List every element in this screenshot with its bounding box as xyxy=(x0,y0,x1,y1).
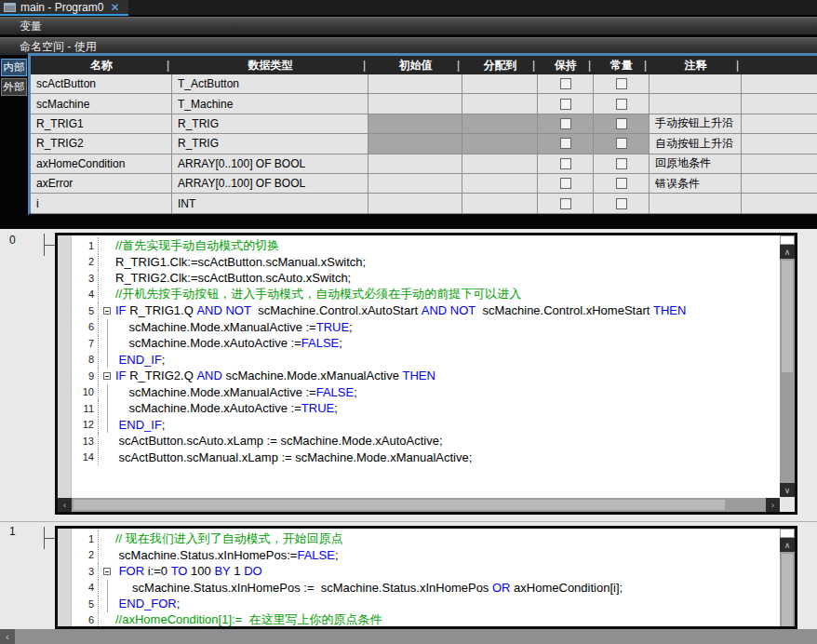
page-horizontal-scrollbar[interactable]: ‹ xyxy=(0,629,817,644)
var-extra-cell[interactable] xyxy=(742,174,817,193)
var-name-cell[interactable]: R_TRIG2 xyxy=(31,134,172,153)
code-line[interactable]: 11 scMachine.Mode.xAutoActive :=TRUE; xyxy=(73,400,780,417)
var-type-cell[interactable]: ARRAY[0..100] OF BOOL xyxy=(172,154,368,173)
var-comment-cell[interactable] xyxy=(650,74,742,93)
table-row[interactable]: scActButtonT_ActButton xyxy=(31,74,817,94)
var-type-cell[interactable]: R_TRIG xyxy=(172,114,368,133)
var-extra-cell[interactable] xyxy=(742,154,817,173)
code-line[interactable]: 5IF R_TRIG1.Q AND NOT scMachine.Control.… xyxy=(73,302,780,319)
vscroll-track[interactable] xyxy=(780,259,795,483)
var-comment-cell[interactable] xyxy=(650,194,742,212)
var-allocation-cell[interactable] xyxy=(462,134,538,153)
section-label-0[interactable]: 0 xyxy=(9,234,16,247)
editor-vscrollbar[interactable]: ∧∨ xyxy=(780,235,795,497)
retain-checkbox[interactable] xyxy=(560,178,571,189)
var-extra-cell[interactable] xyxy=(742,114,817,133)
var-allocation-cell[interactable] xyxy=(462,154,538,173)
column-header-init[interactable]: 初始值| xyxy=(368,56,462,74)
var-extra-cell[interactable] xyxy=(742,74,817,93)
code-line[interactable]: 1// 现在我们进入到了自动模式，开始回原点 xyxy=(73,530,780,547)
retain-checkbox[interactable] xyxy=(560,99,571,110)
tab-main-program0[interactable]: main - Program0 ✕ xyxy=(0,0,128,16)
vscroll-thumb[interactable] xyxy=(782,554,793,629)
code-line[interactable]: 4 scMachine.Status.xInHomePos := scMachi… xyxy=(73,580,780,597)
constant-checkbox[interactable] xyxy=(616,138,627,149)
code-line[interactable]: 13 scActButton.scAuto.xLamp := scMachine… xyxy=(73,433,780,449)
code-line[interactable]: 4//开机先按手动按钮，进入手动模式，自动模式必须在手动的前提下可以进入 xyxy=(73,287,780,303)
column-header-com[interactable]: 注释| xyxy=(650,56,742,74)
retain-checkbox[interactable] xyxy=(560,158,571,169)
column-header-alloc[interactable]: 分配到| xyxy=(462,56,538,74)
var-initial-cell[interactable] xyxy=(368,134,462,153)
splitter-box[interactable] xyxy=(780,529,795,538)
var-initial-cell[interactable] xyxy=(368,194,462,212)
code-line[interactable]: 10 scMachine.Mode.xManualActive :=FALSE; xyxy=(73,384,780,401)
vscroll-track[interactable] xyxy=(780,552,795,626)
st-code-editor-0[interactable]: 1//首先实现手动自动模式的切换2R_TRIG1.Clk:=scActButto… xyxy=(55,233,797,515)
var-initial-cell[interactable] xyxy=(368,174,462,193)
var-name-cell[interactable]: i xyxy=(31,194,172,212)
scroll-left-icon[interactable]: ‹ xyxy=(0,629,15,644)
code-line[interactable]: 1//首先实现手动自动模式的切换 xyxy=(73,237,780,254)
var-allocation-cell[interactable] xyxy=(462,94,538,113)
scroll-up-icon[interactable]: ∧ xyxy=(780,245,795,259)
var-type-cell[interactable]: ARRAY[0..100] OF BOOL xyxy=(172,174,368,193)
vscroll-thumb[interactable] xyxy=(782,261,793,372)
var-extra-cell[interactable] xyxy=(742,194,817,212)
retain-checkbox[interactable] xyxy=(560,78,571,89)
var-name-cell[interactable]: scMachine xyxy=(31,94,172,113)
code-line[interactable]: 6 scMachine.Mode.xManualActive :=TRUE; xyxy=(73,319,780,336)
tab-internal[interactable]: 内部 xyxy=(1,59,27,76)
retain-checkbox[interactable] xyxy=(560,138,571,149)
code-line[interactable]: 12 END_IF; xyxy=(73,417,780,434)
code-line[interactable]: 2R_TRIG1.Clk:=scActButton.scManual.xSwit… xyxy=(73,254,780,271)
var-initial-cell[interactable] xyxy=(368,114,462,133)
editor-hscrollbar[interactable]: ‹› xyxy=(58,498,780,512)
close-icon[interactable]: ✕ xyxy=(110,1,119,14)
var-name-cell[interactable]: scActButton xyxy=(31,74,172,93)
var-comment-cell[interactable]: 回原地条件 xyxy=(650,154,742,173)
section-label-1[interactable]: 1 xyxy=(9,525,16,538)
column-header-name[interactable]: 名称| xyxy=(31,56,172,74)
column-header-type[interactable]: 数据类型| xyxy=(172,56,368,74)
var-type-cell[interactable]: T_Machine xyxy=(172,94,368,113)
constant-checkbox[interactable] xyxy=(616,198,627,209)
fold-collapse-icon[interactable] xyxy=(103,568,111,575)
variables-section-header[interactable]: 变量 xyxy=(0,17,817,35)
table-row[interactable]: iINT xyxy=(31,194,817,213)
var-initial-cell[interactable] xyxy=(368,74,462,93)
code-line[interactable]: 9IF R_TRIG2.Q AND scMachine.Mode.xManual… xyxy=(73,368,780,384)
var-initial-cell[interactable] xyxy=(368,154,462,173)
var-name-cell[interactable]: R_TRIG1 xyxy=(31,114,172,133)
editor-vscrollbar[interactable]: ∧ xyxy=(780,529,795,626)
column-header-const[interactable]: 常量| xyxy=(594,56,650,74)
var-allocation-cell[interactable] xyxy=(462,194,538,212)
st-code-editor-1[interactable]: 1// 现在我们进入到了自动模式，开始回原点2 scMachine.Status… xyxy=(55,526,797,629)
code-line[interactable]: 6//axHomeCondition[1]:= 在这里写上你的原点条件 xyxy=(73,612,780,629)
var-extra-cell[interactable] xyxy=(742,94,817,113)
table-row[interactable]: axErrorARRAY[0..100] OF BOOL错误条件 xyxy=(31,174,817,194)
code-line[interactable]: 3R_TRIG2.Clk:=scActButton.scAuto.xSwitch… xyxy=(73,270,780,287)
fold-collapse-icon[interactable] xyxy=(103,372,111,380)
var-type-cell[interactable]: R_TRIG xyxy=(172,134,368,153)
scroll-right-icon[interactable]: › xyxy=(766,498,780,512)
code-line[interactable]: 8 END_IF; xyxy=(73,352,780,369)
hscroll-track[interactable] xyxy=(72,498,766,512)
splitter-box[interactable] xyxy=(780,235,795,245)
var-allocation-cell[interactable] xyxy=(462,174,538,193)
var-comment-cell[interactable]: 错误条件 xyxy=(650,174,742,193)
retain-checkbox[interactable] xyxy=(560,198,571,209)
code-line[interactable]: 7 scMachine.Mode.xAutoActive :=FALSE; xyxy=(73,335,780,352)
constant-checkbox[interactable] xyxy=(616,158,627,169)
code-line[interactable]: 3 FOR i:=0 TO 100 BY 1 DO xyxy=(73,563,780,580)
var-initial-cell[interactable] xyxy=(368,94,462,113)
tab-external[interactable]: 外部 xyxy=(1,78,27,96)
hscroll-thumb[interactable] xyxy=(74,500,725,510)
var-name-cell[interactable]: axHomeCondition xyxy=(31,154,172,173)
table-row[interactable]: scMachineT_Machine xyxy=(31,94,817,114)
table-row[interactable]: R_TRIG2R_TRIG自动按钮上升沿 xyxy=(31,134,817,154)
var-extra-cell[interactable] xyxy=(742,134,817,153)
fold-collapse-icon[interactable] xyxy=(103,307,111,315)
constant-checkbox[interactable] xyxy=(616,99,627,110)
var-allocation-cell[interactable] xyxy=(462,114,538,133)
